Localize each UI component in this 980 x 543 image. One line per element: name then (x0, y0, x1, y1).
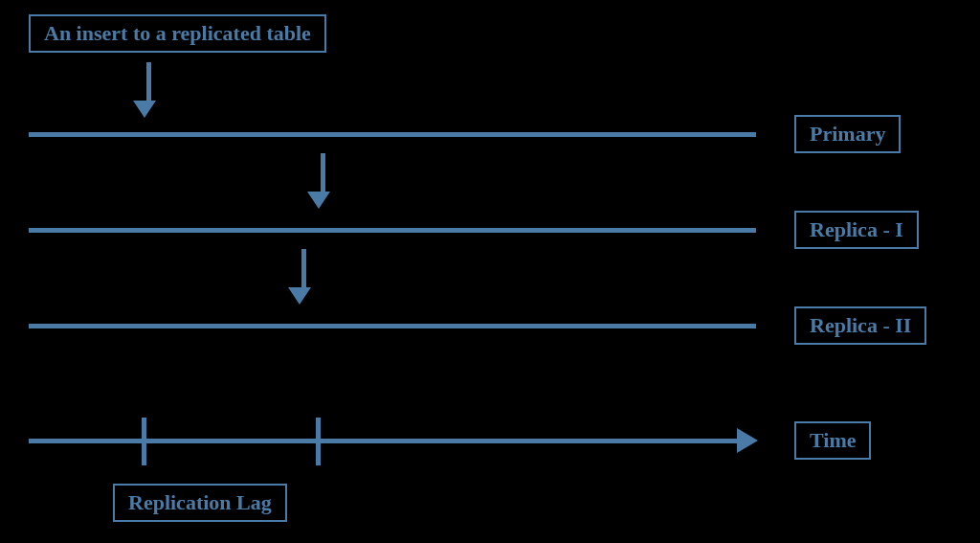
primary-timeline (29, 132, 756, 137)
time-tick-start (142, 418, 146, 465)
replication-lag-label: Replication Lag (113, 484, 287, 522)
insert-event-label: An insert to a replicated table (29, 14, 326, 53)
replica2-label: Replica - II (794, 306, 926, 345)
replica2-timeline (29, 324, 756, 328)
time-tick-end (316, 418, 321, 465)
primary-label: Primary (794, 115, 901, 153)
replica1-timeline (29, 228, 756, 233)
arrow-insert-to-primary (142, 62, 156, 118)
time-axis-line (29, 439, 737, 443)
replica1-label: Replica - I (794, 211, 919, 249)
arrow-primary-to-replica1 (316, 153, 330, 209)
arrow-replica1-to-replica2 (297, 249, 311, 305)
time-label: Time (794, 421, 871, 460)
time-arrow-head-icon (737, 428, 758, 453)
